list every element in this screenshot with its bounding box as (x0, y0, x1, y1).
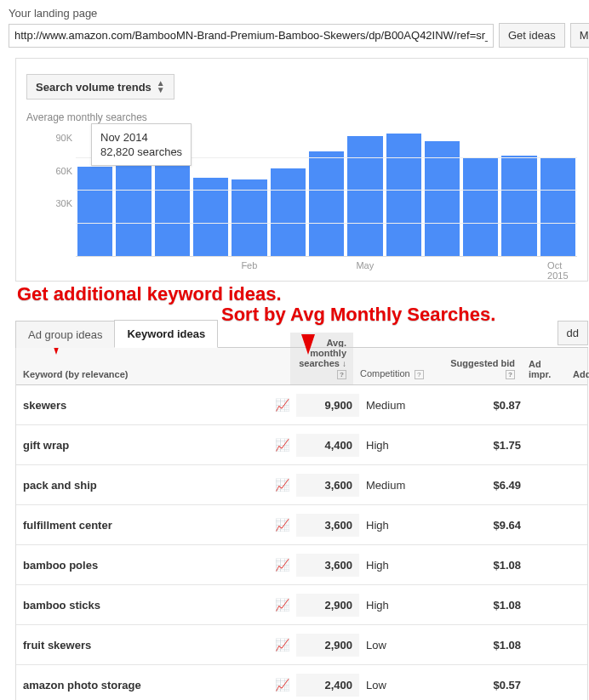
annotation-arrow-2 (301, 334, 315, 355)
x-axis-tick: Feb (241, 260, 257, 270)
cell-keyword[interactable]: bamboo poles (16, 554, 268, 577)
cell-keyword[interactable]: bamboo sticks (16, 594, 268, 617)
landing-page-label: Your landing page (9, 7, 580, 20)
chart-dropdown-label: Search volume trends (36, 81, 152, 94)
cell-ad-impr (528, 680, 572, 690)
cell-competition: Medium (359, 394, 448, 417)
cell-add (572, 560, 589, 570)
cell-bid: $1.75 (448, 434, 528, 457)
col-header-competition[interactable]: Competition ? (353, 363, 442, 384)
cell-add (572, 680, 589, 690)
keyword-table: Keyword (by relevance) Avg. monthly sear… (15, 348, 588, 700)
cell-add (572, 640, 589, 650)
chart-bar[interactable] (386, 134, 421, 256)
cell-searches: 4,400 (296, 434, 359, 457)
cell-bid: $1.08 (448, 634, 528, 657)
chart-bar[interactable] (501, 156, 536, 256)
chart-bar[interactable] (232, 179, 266, 256)
chart-bar[interactable] (116, 166, 151, 256)
cell-searches: 3,600 (296, 554, 359, 577)
cell-keyword[interactable]: gift wrap (16, 434, 268, 457)
chart-bar[interactable] (309, 151, 344, 256)
cell-ad-impr (528, 480, 572, 490)
cell-bid: $6.49 (448, 474, 528, 497)
chart-subtitle: Average monthly searches (26, 111, 577, 123)
table-row: skewers📈9,900Medium$0.87 (16, 385, 587, 425)
col-header-ad-impr[interactable]: Ad impr. (522, 354, 566, 384)
get-ideas-button[interactable]: Get ideas (499, 23, 565, 48)
mini-chart-icon[interactable]: 📈 (268, 433, 296, 457)
cell-add (572, 400, 589, 410)
col-header-keyword[interactable]: Keyword (by relevance) (16, 364, 268, 384)
landing-page-input[interactable] (9, 24, 494, 48)
cell-searches: 9,900 (296, 394, 359, 417)
cell-keyword[interactable]: skewers (16, 394, 268, 417)
table-row: gift wrap📈4,400High$1.75 (16, 425, 587, 465)
cell-keyword[interactable]: fulfillment center (16, 514, 268, 537)
chart-bar[interactable] (540, 158, 575, 257)
sort-desc-icon: ↓ (342, 359, 346, 368)
cell-ad-impr (528, 440, 572, 450)
cell-keyword[interactable]: amazon photo storage (16, 674, 268, 697)
cell-add (572, 480, 589, 490)
mini-chart-icon[interactable]: 📈 (268, 473, 296, 497)
mini-chart-icon[interactable]: 📈 (268, 633, 296, 657)
cell-add (572, 600, 589, 610)
cell-add (572, 520, 589, 530)
mini-chart-icon[interactable]: 📈 (268, 393, 296, 417)
mini-chart-icon[interactable]: 📈 (268, 513, 296, 537)
cell-ad-impr (528, 640, 572, 650)
cell-bid: $1.08 (448, 594, 528, 617)
cell-keyword[interactable]: pack and ship (16, 474, 268, 497)
help-icon[interactable]: ? (506, 370, 515, 379)
x-axis-tick: May (356, 260, 374, 270)
help-icon[interactable]: ? (415, 370, 424, 379)
table-row: fulfillment center📈3,600High$9.64 (16, 505, 587, 545)
y-axis-tick: 60K (55, 166, 72, 176)
mini-chart-icon[interactable]: 📈 (268, 673, 296, 697)
chart-plot-area: 30K60K90K FebMayOct 2015 Nov 2014 82,820… (26, 125, 577, 274)
cell-keyword[interactable]: fruit skewers (16, 634, 268, 657)
cell-ad-impr (528, 400, 572, 410)
tab-keyword-ideas[interactable]: Keyword ideas (114, 320, 218, 348)
help-icon[interactable]: ? (337, 370, 346, 379)
chart-bar[interactable] (347, 136, 382, 256)
annotation-text-1: Get additional keyword ideas. (17, 283, 282, 305)
cell-competition: Medium (359, 474, 448, 497)
cell-competition: Low (359, 634, 448, 657)
table-row: fruit skewers📈2,900Low$1.08 (16, 625, 587, 665)
mini-chart-icon[interactable]: 📈 (268, 553, 296, 577)
tooltip-value: 82,820 searches (100, 145, 182, 158)
chart-dropdown-button[interactable]: Search volume trends ▲▼ (26, 74, 174, 100)
mini-chart-icon[interactable]: 📈 (268, 593, 296, 617)
cell-add (572, 440, 589, 450)
table-row: bamboo poles📈3,600High$1.08 (16, 545, 587, 585)
col-header-bid[interactable]: Suggested bid ? (442, 353, 522, 384)
modify-search-button[interactable]: Modi (570, 23, 589, 48)
cell-competition: Low (359, 674, 448, 697)
table-row: pack and ship📈3,600Medium$6.49 (16, 465, 587, 505)
cell-searches: 2,900 (296, 594, 359, 617)
chart-tooltip: Nov 2014 82,820 searches (91, 123, 192, 166)
cell-searches: 2,900 (296, 634, 359, 657)
chart-panel: Search volume trends ▲▼ Average monthly … (15, 58, 588, 282)
cell-searches: 2,400 (296, 674, 359, 697)
col-header-add[interactable]: Add (566, 364, 589, 384)
cell-competition: High (359, 594, 448, 617)
cell-ad-impr (528, 560, 572, 570)
chart-bar[interactable] (271, 168, 306, 256)
y-axis-tick: 90K (55, 133, 72, 143)
cell-ad-impr (528, 600, 572, 610)
tooltip-date: Nov 2014 (100, 131, 182, 144)
cell-searches: 3,600 (296, 514, 359, 537)
cell-competition: High (359, 514, 448, 537)
cell-competition: High (359, 554, 448, 577)
cell-competition: High (359, 434, 448, 457)
chart-bar[interactable] (425, 141, 460, 256)
sort-icon: ▲▼ (157, 80, 165, 94)
chart-bar[interactable] (77, 167, 112, 256)
tab-ad-group-ideas[interactable]: Ad group ideas (15, 321, 115, 348)
table-row: amazon photo storage📈2,400Low$0.57 (16, 665, 587, 700)
add-button[interactable]: dd (558, 321, 588, 345)
chart-bar[interactable] (463, 158, 498, 257)
